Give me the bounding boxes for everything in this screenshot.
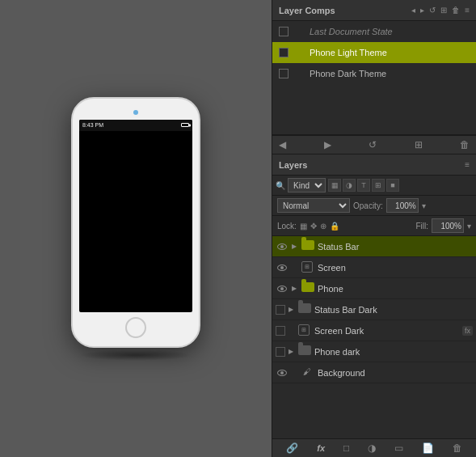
fill-row: Fill: ▾	[415, 218, 471, 233]
filter-smart-icon[interactable]: ⊞	[372, 179, 385, 192]
phone-home-button	[125, 317, 146, 338]
eye-icon-status-bar	[277, 243, 287, 250]
layer-visibility-phone[interactable]	[276, 282, 289, 295]
filter-effect-icon[interactable]: ■	[386, 179, 399, 192]
layer-name-background: Background	[318, 368, 473, 378]
layer-comps-header-icons: ◂ ▸ ↺ ⊞ 🗑 ≡	[411, 6, 470, 15]
lock-label: Lock:	[277, 222, 297, 231]
layers-mask-btn[interactable]: ▭	[394, 442, 403, 454]
comp-checkbox-phone-dark[interactable]	[279, 69, 289, 78]
layer-thumb-status-bar-dark	[298, 303, 311, 316]
filter-type-icon[interactable]: T	[357, 179, 370, 192]
layer-expand-phone[interactable]: ▶	[292, 285, 298, 292]
comp-item-phone-light[interactable]: Phone Light Theme	[272, 42, 476, 63]
phone-screen: 8:43 PM	[79, 120, 192, 312]
phone-status-bar: 8:43 PM	[79, 120, 192, 131]
layer-comps-header: Layer Comps ◂ ▸ ↺ ⊞ 🗑 ≡	[272, 0, 476, 21]
folder-icon-status-bar	[301, 240, 314, 250]
comp-checkbox-phone-light[interactable]	[279, 48, 289, 57]
fill-input[interactable]	[432, 218, 464, 233]
fill-arrow-icon[interactable]: ▾	[467, 222, 471, 231]
comp-name-last-doc: Last Document State	[310, 27, 393, 36]
nav-prev-btn[interactable]: ◀	[279, 139, 286, 150]
smart-icon-screen: ⊞	[301, 261, 313, 273]
opacity-arrow-icon[interactable]: ▾	[422, 201, 426, 210]
layers-search-icon: 🔍	[276, 181, 285, 190]
layer-comps-menu-icon[interactable]: ≡	[465, 6, 470, 15]
eye-icon-phone	[277, 286, 287, 292]
comp-icon-last-doc	[293, 26, 305, 37]
opacity-row: Opacity: ▾	[353, 198, 471, 213]
kind-dropdown[interactable]: Kind	[288, 178, 326, 193]
opacity-input[interactable]	[386, 198, 419, 213]
opacity-label: Opacity:	[353, 201, 383, 210]
layer-checkbox-phone-dark[interactable]	[276, 347, 285, 357]
layer-comps-list: Last Document State Phone Light Theme Ph…	[272, 21, 476, 134]
layers-link-btn[interactable]: 🔗	[286, 442, 298, 454]
lock-artboard-icon[interactable]: ⊕	[320, 222, 326, 231]
blend-mode-dropdown[interactable]: Normal	[277, 198, 350, 213]
layer-checkbox-screen-dark[interactable]	[276, 326, 285, 336]
comp-name-phone-dark: Phone Dark Theme	[310, 69, 386, 78]
layer-comps-collapse-icon[interactable]: ◂	[411, 6, 415, 15]
phone-camera-dot	[133, 110, 138, 115]
eye-icon-screen	[277, 264, 287, 271]
layer-thumb-phone	[301, 282, 314, 295]
layers-new-layer-btn[interactable]: 📄	[422, 442, 434, 454]
folder-icon-status-bar-dark	[298, 303, 311, 313]
layers-delete-btn[interactable]: 🗑	[453, 442, 462, 454]
layers-header: Layers ≡	[272, 154, 476, 176]
filter-adjust-icon[interactable]: ◑	[343, 179, 356, 192]
layers-adjustment-btn[interactable]: ◑	[368, 442, 376, 454]
layer-thumb-background: 🖌	[301, 366, 314, 379]
lock-pixels-icon[interactable]: ▦	[300, 222, 307, 231]
layer-name-status-bar-dark: Status Bar Dark	[314, 305, 473, 315]
layer-comps-delete-icon[interactable]: 🗑	[452, 6, 460, 15]
phone-time: 8:43 PM	[82, 122, 103, 128]
right-panel: Layer Comps ◂ ▸ ↺ ⊞ 🗑 ≡ Last Document St…	[272, 0, 476, 457]
layer-item-phone-dark[interactable]: ▶ Phone dark	[272, 341, 476, 362]
layers-bottom-toolbar: 🔗 fx □ ◑ ▭ 📄 🗑	[272, 438, 476, 457]
layer-visibility-background[interactable]	[276, 366, 289, 379]
layers-fx-btn[interactable]: fx	[317, 443, 325, 453]
layer-item-screen[interactable]: ⊞ Screen	[272, 257, 476, 278]
layer-expand-status-bar-dark[interactable]: ▶	[289, 306, 295, 313]
layers-mode-row: Normal Opacity: ▾	[272, 196, 476, 216]
comp-item-last-doc[interactable]: Last Document State	[272, 21, 476, 42]
layer-list: ▶ Status Bar ⊞ Screen	[272, 236, 476, 438]
layers-menu-icon[interactable]: ≡	[465, 160, 470, 169]
layer-item-status-bar[interactable]: ▶ Status Bar	[272, 236, 476, 257]
panel-nav-row: ◀ ▶ ↺ ⊞ 🗑	[272, 135, 476, 154]
layer-item-background[interactable]: 🖌 Background	[272, 362, 476, 383]
filter-pixel-icon[interactable]: ▦	[328, 179, 341, 192]
brush-icon-background: 🖌	[301, 366, 313, 378]
comp-name-phone-light: Phone Light Theme	[310, 48, 387, 57]
folder-icon-phone	[301, 282, 314, 292]
layer-item-status-bar-dark[interactable]: ▶ Status Bar Dark	[272, 299, 476, 320]
layer-comps-refresh-icon[interactable]: ↺	[429, 6, 436, 15]
layer-name-phone: Phone	[318, 284, 473, 294]
layer-name-phone-dark: Phone dark	[314, 347, 473, 357]
layers-kind-row: 🔍 Kind ▦ ◑ T ⊞ ■	[272, 176, 476, 196]
comp-icon-phone-dark	[293, 68, 305, 79]
layer-expand-status-bar[interactable]: ▶	[292, 243, 298, 250]
layer-visibility-screen[interactable]	[276, 261, 289, 274]
layer-comps-apply-icon[interactable]: ⊞	[440, 6, 447, 15]
layers-new-group-btn[interactable]: □	[343, 442, 349, 454]
layer-comps-title: Layer Comps	[279, 6, 335, 15]
nav-refresh-btn[interactable]: ↺	[369, 139, 377, 150]
lock-move-icon[interactable]: ✥	[310, 222, 317, 231]
layer-expand-phone-dark[interactable]: ▶	[289, 348, 295, 355]
nav-apply-btn[interactable]: ⊞	[415, 139, 423, 150]
lock-all-icon[interactable]: 🔒	[330, 222, 339, 231]
filter-icons: ▦ ◑ T ⊞ ■	[328, 179, 399, 192]
comp-checkbox-last-doc[interactable]	[279, 27, 289, 36]
nav-delete-btn[interactable]: 🗑	[460, 139, 470, 150]
layer-item-phone[interactable]: ▶ Phone	[272, 278, 476, 299]
layer-comps-expand-icon[interactable]: ▸	[420, 6, 424, 15]
layer-checkbox-status-bar-dark[interactable]	[276, 305, 285, 315]
layer-visibility-status-bar[interactable]	[276, 240, 289, 253]
nav-next-btn[interactable]: ▶	[324, 139, 331, 150]
comp-item-phone-dark[interactable]: Phone Dark Theme	[272, 63, 476, 84]
layer-item-screen-dark[interactable]: ⊞ Screen Dark fx	[272, 320, 476, 341]
